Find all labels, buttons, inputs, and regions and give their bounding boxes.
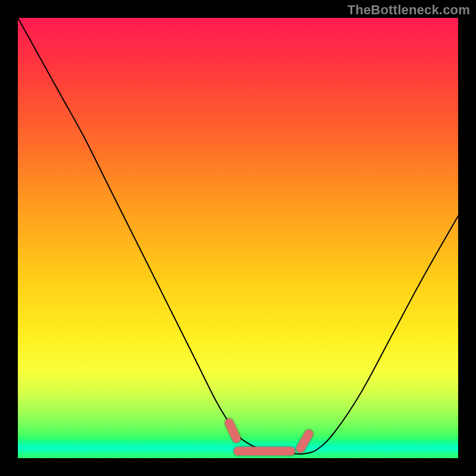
marker-right-tick bbox=[300, 434, 309, 448]
marker-left-tick bbox=[229, 423, 236, 439]
chart-frame: TheBottleneck.com bbox=[0, 0, 476, 476]
plot-area bbox=[18, 18, 458, 458]
bottleneck-curve bbox=[18, 18, 458, 454]
curve-svg bbox=[18, 18, 458, 458]
watermark-text: TheBottleneck.com bbox=[347, 2, 470, 18]
